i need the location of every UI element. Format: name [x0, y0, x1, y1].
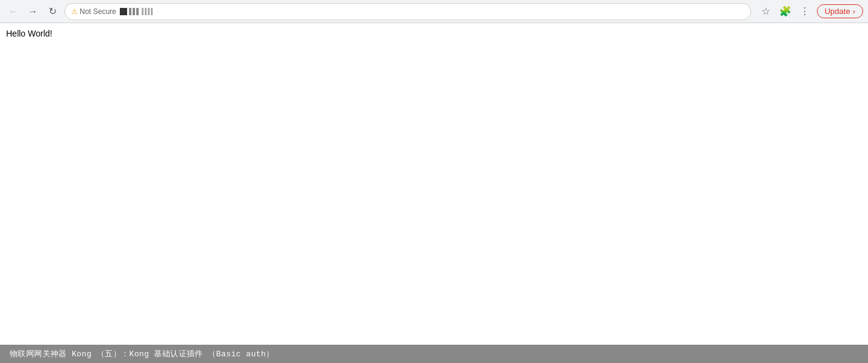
- bookmark-button[interactable]: ☆: [757, 3, 774, 20]
- page-content: Hello World!: [0, 23, 868, 345]
- favicon-square: [120, 8, 127, 15]
- menu-button[interactable]: ⋮: [796, 3, 813, 20]
- back-button[interactable]: ←: [5, 3, 22, 20]
- hello-world-text: Hello World!: [6, 29, 52, 38]
- status-text: 物联网网关神器 Kong （五）：Kong 基础认证插件 （Basic auth…: [10, 348, 274, 359]
- update-chevron-icon: ›: [853, 7, 855, 16]
- reload-button[interactable]: ↻: [44, 3, 61, 20]
- forward-icon: →: [28, 6, 38, 17]
- menu-icon: ⋮: [800, 5, 810, 17]
- extensions-button[interactable]: 🧩: [777, 3, 794, 20]
- favicon-lines: [142, 8, 153, 15]
- favicon-dots: [129, 8, 140, 15]
- update-button[interactable]: Update ›: [817, 4, 863, 18]
- nav-buttons: ← → ↻: [5, 3, 61, 20]
- status-bar: 物联网网关神器 Kong （五）：Kong 基础认证插件 （Basic auth…: [0, 345, 868, 363]
- browser-chrome: ← → ↻ ⚠ Not Secure ☆ 🧩 ⋮: [0, 0, 868, 23]
- forward-button[interactable]: →: [24, 3, 41, 20]
- address-bar[interactable]: ⚠ Not Secure: [64, 3, 751, 20]
- toolbar-icons: ☆ 🧩 ⋮: [757, 3, 813, 20]
- not-secure-indicator: ⚠ Not Secure: [71, 7, 116, 16]
- warning-icon: ⚠: [71, 7, 78, 16]
- update-label: Update: [825, 7, 850, 16]
- back-icon: ←: [9, 6, 18, 17]
- not-secure-label: Not Secure: [80, 7, 116, 16]
- bookmark-icon: ☆: [762, 5, 770, 17]
- reload-icon: ↻: [49, 5, 57, 17]
- extensions-icon: 🧩: [779, 5, 791, 17]
- favicon-group: [120, 8, 153, 15]
